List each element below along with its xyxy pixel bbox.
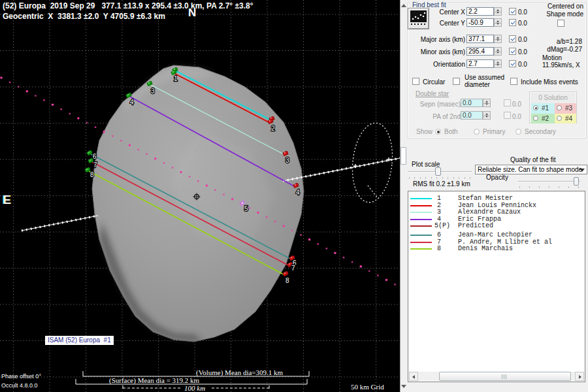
star-track-dot [180,171,182,174]
star-track-dot [77,117,80,120]
predicted-star-icon [242,203,244,204]
star-track-dot [308,238,311,241]
dropdown-arrow-icon [580,169,585,172]
pa-err: 0.0 [512,113,521,120]
predicted-star-label: 5 [244,205,248,212]
centered-on-shape-checkbox[interactable] [557,20,564,27]
star-track-dot [189,176,191,178]
shape-mode-label: Shape mode [546,10,583,18]
solution-cell-#4: #4 [555,114,576,123]
scroll-up-icon[interactable] [401,4,406,7]
star-track-dot [137,149,139,151]
field-spinner-3[interactable] [494,47,502,56]
field-spinner-4[interactable] [494,59,502,68]
legend-number: 1 [437,195,441,202]
solution-radio-#1[interactable] [533,105,538,110]
show-primary-radio[interactable] [474,129,480,135]
pa-err-checkbox[interactable] [504,112,511,119]
observers-legend-list[interactable]: 1 Stefan Meister 2 Jean Louis Penninckx … [408,191,585,382]
solutions-groupbox: 0 Solution #1 #3 #2 #4 [529,91,577,123]
field-input-4[interactable] [466,59,494,68]
chord-end-marker [283,271,288,276]
star-track-dot [368,270,370,272]
chord-number-label: 8 [90,171,94,178]
chord-number-label: 6 [93,153,97,160]
field-lock-checkbox-4[interactable] [509,60,516,67]
field-input-2[interactable] [466,35,494,43]
star-track-dot [291,229,293,231]
sepn-input[interactable]: 0.0 [461,99,483,107]
include-miss-events-checkbox[interactable] [510,78,517,85]
pa-of-2nd-input[interactable]: 0.0 [461,111,483,120]
vertical-scrollbar-thumb[interactable] [400,147,406,165]
opacity-slider-thumb[interactable] [574,177,579,186]
motion-label: Motion [542,54,562,61]
field-lock-checkbox-0[interactable] [509,8,516,15]
sepn-label: Sepn (masec) [420,101,461,108]
occultation-plot-canvas[interactable]: 123344667788 5(Volume) Mean dia=309.1 km… [0,0,400,392]
star-track-dot [69,113,71,115]
show-label: Show [416,128,433,135]
legend-row-5(P)[interactable]: 5(P) Predicted [408,223,585,230]
legend-observer-name: Jean Louis Penninckx [458,202,536,209]
fit-plot-icon-button[interactable] [408,8,429,29]
solution-radio-#3[interactable] [557,105,562,110]
plot-scale-slider-thumb[interactable] [435,167,441,176]
scroll-right-icon[interactable] [575,372,584,381]
north-compass-label: N [188,7,196,20]
legend-color-line [410,242,432,243]
use-assumed-diameter-checkbox[interactable] [453,78,460,85]
horizontal-scrollbar[interactable] [409,372,584,381]
show-secondary-radio[interactable] [515,129,521,135]
show-both-label: Both [444,128,458,135]
star-track-dot [86,122,88,123]
isam-shape-label[interactable]: ISAM (52) Europa #1 [45,336,114,345]
field-input-0[interactable] [466,7,494,16]
legend-number: 5(P) [434,222,450,229]
field-lock-checkbox-1[interactable] [509,19,516,26]
quality-of-fit-dropdown[interactable]: Reliable size. Can fit to shape mode [475,165,587,174]
star-track-dot [9,82,11,84]
field-spinner-2[interactable] [494,35,502,43]
legend-color-line [410,248,432,250]
solution-radio-#2[interactable] [533,116,538,121]
sepn-err-checkbox[interactable] [504,99,511,106]
star-track-dot [112,135,114,137]
star-track-dot [95,126,97,128]
circular-checkbox[interactable] [412,78,419,85]
field-label-3: Minor axis (km) [421,47,465,56]
field-label-4: Orientation [433,59,465,68]
show-both-radio[interactable] [435,129,441,135]
chord-number-label: 7 [291,265,295,272]
volume-mean-dia-label: (Volume) Mean dia=309.1 km [196,368,284,377]
star-track-dot [163,162,165,164]
field-spinner-0[interactable] [494,7,502,16]
dmag-label: dMag=-0.27 [547,46,582,53]
field-label-1: Center Y [440,18,465,27]
scroll-left-icon[interactable] [409,372,418,381]
star-track-dot [129,144,131,146]
field-input-3[interactable] [466,47,494,56]
vertical-scrollbar[interactable] [400,0,406,392]
chord-number-label: 3 [151,88,155,95]
pole-axis-line [22,216,98,231]
legend-color-line [410,225,432,227]
star-track-dot [334,252,336,254]
star-track-dot [206,184,208,187]
scroll-down-icon[interactable] [401,385,406,388]
legend-number: 4 [437,216,441,223]
field-spinner-1[interactable] [494,18,502,27]
horizontal-scrollbar-thumb[interactable] [439,372,571,381]
star-track-dot [343,257,345,259]
chord-number-label: 4 [130,99,134,106]
solution-label-#4: #4 [565,115,572,122]
star-track-dot [377,274,379,276]
solution-radio-#4[interactable] [557,116,562,121]
opacity-slider[interactable] [518,181,580,182]
star-track-dot [249,207,251,209]
field-input-1[interactable] [466,18,494,27]
field-lock-checkbox-3[interactable] [509,48,516,55]
legend-row-8[interactable]: 8 Denis Marchais [408,246,585,253]
legend-color-line [410,235,432,236]
field-lock-checkbox-2[interactable] [509,35,516,42]
